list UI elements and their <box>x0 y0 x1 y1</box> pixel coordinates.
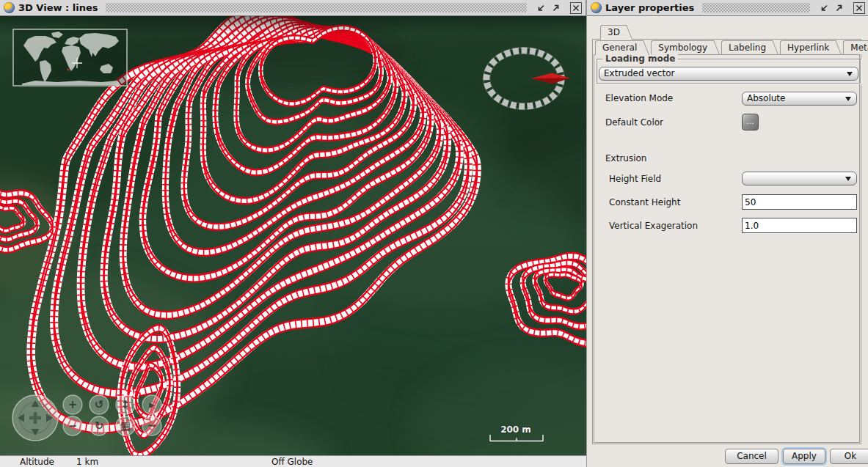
height-field-label: Height Field <box>609 174 661 184</box>
tab-3d[interactable]: 3D <box>600 25 626 40</box>
general-tab-content: Loading mode Extruded vector Elevation M… <box>594 54 860 443</box>
chevron-down-icon <box>847 72 853 76</box>
tab-metadata[interactable]: Metadata <box>843 40 868 54</box>
window-title: 3D View : lines <box>18 2 98 13</box>
ok-button[interactable]: Ok <box>830 449 868 464</box>
altitude-value: 1 km <box>76 457 98 467</box>
minimize-icon[interactable] <box>818 2 830 14</box>
loading-mode-select[interactable]: Extruded vector <box>599 67 858 81</box>
tab-labeling[interactable]: Labeling <box>721 40 772 54</box>
rotate-cw-button-icon: ↻ <box>95 419 104 433</box>
pan-control[interactable] <box>12 395 58 441</box>
map-position-marker <box>67 68 69 70</box>
default-color-button[interactable]: ... <box>742 114 759 130</box>
loading-mode-value: Extruded vector <box>604 68 674 78</box>
height-field-select[interactable] <box>742 172 857 185</box>
zoom-in-button[interactable]: + <box>63 395 82 414</box>
3d-scene[interactable]: +↺↕▸−↻▦~ 200 m <box>0 16 586 455</box>
constant-height-input[interactable] <box>742 194 857 210</box>
gvsig-logo-icon <box>591 2 602 13</box>
path-button[interactable]: ~ <box>142 416 161 435</box>
zoom-out-button-icon: − <box>68 419 78 433</box>
zoom-in-button-icon: + <box>68 398 78 411</box>
3d-view-titlebar[interactable]: 3D View : lines <box>0 0 586 16</box>
constant-height-label: Constant Height <box>609 197 680 207</box>
extrusion-section-label: Extrusion <box>605 153 646 163</box>
vertical-exageration-input[interactable] <box>742 218 857 233</box>
tab-symbology[interactable]: Symbology <box>651 40 713 54</box>
tab-row: General Symbology Labeling Hyperlink Met… <box>595 40 868 55</box>
rotate-ccw-button[interactable]: ↺ <box>90 395 109 414</box>
application-screen: 3D View : lines <box>0 0 868 467</box>
window-title: Layer properties <box>605 2 694 13</box>
zoom-out-button[interactable]: − <box>63 416 82 435</box>
layer-properties-panel: 3D General Symbology Labeling Hyperlink … <box>587 16 868 467</box>
chevron-down-icon <box>845 97 851 101</box>
path-button-icon: ~ <box>147 419 157 433</box>
loading-mode-group-title: Loading mode <box>602 54 678 64</box>
properties-tabbox: General Symbology Labeling Hyperlink Met… <box>592 39 861 444</box>
titlebar-texture <box>702 3 810 12</box>
close-icon[interactable] <box>853 2 865 14</box>
cancel-button[interactable]: Cancel <box>725 449 778 464</box>
layer-properties-window: Layer properties 3D General Symbology La… <box>586 0 868 467</box>
view-grid-button[interactable]: ▦ <box>116 416 135 435</box>
statusbar: Altitude 1 km Off Globe <box>0 455 586 467</box>
elevation-mode-label: Elevation Mode <box>605 93 673 103</box>
3d-viewport[interactable]: +↺↕▸−↻▦~ 200 m <box>0 16 586 455</box>
maximize-icon[interactable] <box>550 2 562 14</box>
overview-map[interactable] <box>13 29 127 86</box>
gvsig-logo-icon <box>4 2 15 13</box>
fly-button[interactable]: ▸ <box>142 395 161 414</box>
globe-mode-status: Off Globe <box>271 457 313 467</box>
layer-properties-titlebar[interactable]: Layer properties <box>587 0 868 16</box>
altitude-label: Altitude <box>20 457 54 467</box>
tab-hyperlink[interactable]: Hyperlink <box>780 40 835 54</box>
elevation-mode-value: Absolute <box>747 93 785 103</box>
vertical-exageration-label: Vertical Exageration <box>609 221 698 231</box>
chevron-down-icon <box>845 177 851 181</box>
tilt-button[interactable]: ↕ <box>116 395 135 414</box>
view-grid-button-icon: ▦ <box>120 419 131 433</box>
titlebar-texture <box>106 3 527 12</box>
close-icon[interactable] <box>570 2 582 14</box>
default-color-label: Default Color <box>605 117 663 128</box>
scale-bar-label: 200 m <box>500 424 531 435</box>
tilt-button-icon: ↕ <box>121 398 131 411</box>
rotate-cw-button[interactable]: ↻ <box>90 416 109 435</box>
fly-button-icon: ▸ <box>149 398 155 411</box>
3d-view-window: 3D View : lines <box>0 0 586 467</box>
maximize-icon[interactable] <box>834 2 845 14</box>
minimize-icon[interactable] <box>535 2 547 14</box>
elevation-mode-select[interactable]: Absolute <box>742 92 857 106</box>
rotate-ccw-button-icon: ↺ <box>95 398 104 411</box>
tab-general[interactable]: General <box>595 40 643 55</box>
loading-mode-group: Loading mode Extruded vector <box>597 59 861 84</box>
apply-button[interactable]: Apply <box>783 449 825 464</box>
